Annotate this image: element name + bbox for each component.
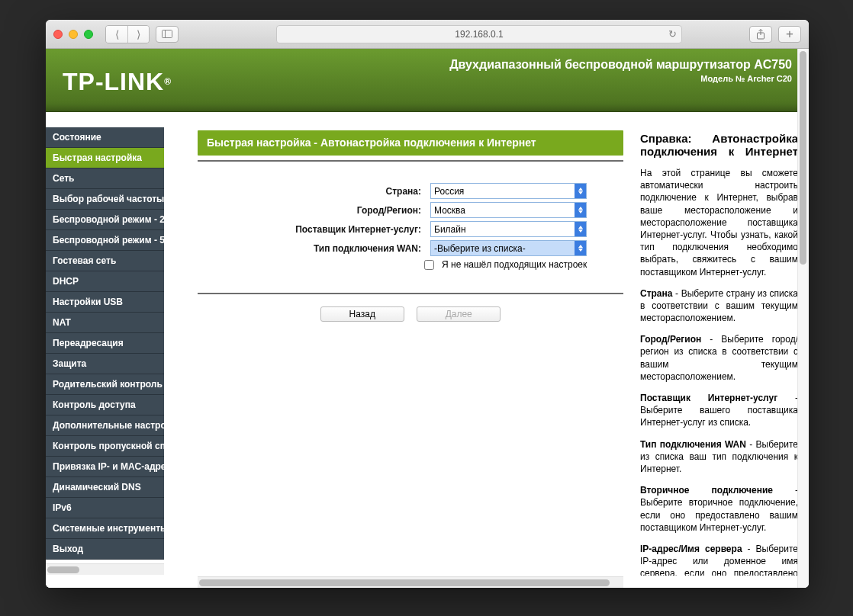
- page-vertical-scrollbar[interactable]: [797, 49, 809, 588]
- browser-window: ⟨ ⟩ 192.168.0.1 ↻ + TP-LINK® Двухдиапазо…: [46, 20, 809, 588]
- help-p7: IP-адрес/Имя сервера - Выберите IP-адрес…: [640, 543, 798, 576]
- select-arrows-icon: [575, 203, 586, 217]
- nav-item[interactable]: Выбор рабочей частоты: [46, 189, 164, 210]
- checkbox-notfound[interactable]: [424, 260, 434, 270]
- brand-logo: TP-LINK®: [63, 58, 172, 105]
- reload-icon[interactable]: ↻: [668, 28, 677, 40]
- nav-item[interactable]: Беспроводной режим - 2,4 ГГц: [46, 210, 164, 230]
- help-p4: Поставщик Интернет-услуг - Выберите ваше…: [640, 392, 798, 429]
- nav-item[interactable]: Сеть: [46, 168, 164, 189]
- url-text: 192.168.0.1: [455, 29, 503, 40]
- select-arrows-icon: [575, 241, 586, 255]
- label-country: Страна:: [198, 186, 430, 197]
- new-tab-button[interactable]: +: [778, 26, 801, 43]
- select-country[interactable]: Россия: [430, 183, 587, 199]
- forward-button[interactable]: ⟩: [127, 26, 149, 43]
- next-button[interactable]: Далее: [417, 306, 501, 322]
- select-city[interactable]: Москва: [430, 202, 587, 218]
- row-country: Страна: Россия: [198, 183, 623, 199]
- nav-item[interactable]: Дополнительные настройки маршрутизации: [46, 415, 164, 436]
- product-name: Двухдиапазонный беспроводной маршрутизат…: [449, 58, 792, 72]
- nav-button-group: ⟨ ⟩: [105, 25, 150, 43]
- nav-item[interactable]: Переадресация: [46, 333, 164, 354]
- back-button[interactable]: ⟨: [106, 26, 127, 43]
- scrollbar-thumb[interactable]: [199, 579, 610, 586]
- nav-item[interactable]: IPv6: [46, 498, 164, 518]
- help-p2: Страна - Выберите страну из списка в соо…: [640, 287, 798, 325]
- back-button[interactable]: Назад: [320, 306, 404, 322]
- nav-item[interactable]: Беспроводной режим - 5 ГГц: [46, 230, 164, 251]
- help-p6: Вторичное подключение - Выберите вторичн…: [640, 484, 798, 534]
- select-isp[interactable]: Билайн: [430, 221, 587, 237]
- row-wan: Тип подключения WAN: -Выберите из списка…: [198, 240, 623, 256]
- nav-item[interactable]: Быстрая настройка: [46, 148, 164, 168]
- help-column: Справка: Автонастройка подключения к Инт…: [629, 127, 809, 576]
- header-right: Двухдиапазонный беспроводной маршрутизат…: [449, 58, 792, 105]
- nav-column: СостояниеБыстрая настройкаСетьВыбор рабо…: [46, 127, 164, 588]
- close-window-icon[interactable]: [53, 30, 63, 39]
- select-arrows-icon: [575, 184, 586, 198]
- share-button[interactable]: [749, 26, 772, 43]
- nav-item[interactable]: Динамический DNS: [46, 477, 164, 498]
- scrollbar-thumb[interactable]: [47, 566, 79, 573]
- help-title: Справка: Автонастройка подключения к Инт…: [640, 132, 798, 158]
- main-horizontal-scrollbar[interactable]: [198, 576, 623, 588]
- nav-item[interactable]: Состояние: [46, 127, 164, 148]
- label-city: Город/Регион:: [198, 205, 430, 216]
- label-notfound: Я не нашёл подходящих настроек: [442, 259, 587, 270]
- select-arrows-icon: [575, 222, 586, 236]
- help-p3: Город/Регион - Выберите город/регион из …: [640, 333, 798, 383]
- minimize-window-icon[interactable]: [69, 30, 78, 39]
- nav-item[interactable]: Контроль доступа: [46, 395, 164, 415]
- nav-item[interactable]: DHCP: [46, 271, 164, 292]
- separator: [198, 293, 623, 294]
- nav-item[interactable]: Защита: [46, 354, 164, 374]
- nav-item[interactable]: Системные инструменты: [46, 518, 164, 539]
- row-city: Город/Регион: Москва: [198, 202, 623, 218]
- page-content: TP-LINK® Двухдиапазонный беспроводной ма…: [46, 49, 809, 588]
- button-row: Назад Далее: [198, 306, 623, 322]
- row-isp: Поставщик Интернет-услуг: Билайн: [198, 221, 623, 237]
- titlebar: ⟨ ⟩ 192.168.0.1 ↻ +: [46, 20, 809, 49]
- sidebar-toggle-button[interactable]: [156, 26, 179, 43]
- router-header: TP-LINK® Двухдиапазонный беспроводной ма…: [46, 49, 809, 112]
- help-p5: Тип подключения WAN - Выберите из списка…: [640, 438, 798, 476]
- nav-item[interactable]: Родительский контроль: [46, 374, 164, 395]
- scrollbar-thumb[interactable]: [800, 51, 806, 265]
- model-name: Модель № Archer C20: [449, 74, 792, 83]
- maximize-window-icon[interactable]: [84, 30, 93, 39]
- nav-menu: СостояниеБыстрая настройкаСетьВыбор рабо…: [46, 127, 164, 560]
- separator: [198, 160, 623, 162]
- nav-horizontal-scrollbar[interactable]: [46, 563, 164, 575]
- label-isp: Поставщик Интернет-услуг:: [198, 224, 430, 235]
- address-bar[interactable]: 192.168.0.1 ↻: [276, 25, 682, 43]
- nav-item[interactable]: Привязка IP- и MAC-адресов: [46, 457, 164, 477]
- content-row: СостояниеБыстрая настройкаСетьВыбор рабо…: [46, 112, 809, 588]
- page-title: Быстрая настройка - Автонастройка подклю…: [198, 130, 623, 156]
- help-p1: На этой странице вы сможете автоматическ…: [640, 167, 798, 278]
- main-column: Быстрая настройка - Автонастройка подклю…: [164, 127, 629, 588]
- window-controls: [53, 30, 93, 39]
- nav-item[interactable]: Настройки USB: [46, 292, 164, 313]
- select-wan[interactable]: -Выберите из списка-: [430, 240, 587, 256]
- nav-item[interactable]: NAT: [46, 313, 164, 333]
- nav-item[interactable]: Контроль пропускной способности: [46, 436, 164, 457]
- nav-item[interactable]: Гостевая сеть: [46, 251, 164, 271]
- svg-rect-0: [163, 30, 172, 38]
- row-notfound: Я не нашёл подходящих настроек: [198, 259, 623, 270]
- nav-item[interactable]: Выход: [46, 539, 164, 560]
- label-wan: Тип подключения WAN:: [198, 243, 430, 254]
